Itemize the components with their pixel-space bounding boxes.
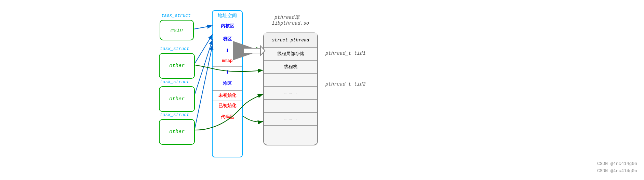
arrows-svg (0, 0, 644, 180)
task-box-other3: other (159, 119, 195, 145)
pthread-empty1 (264, 74, 317, 87)
mmap-section: mmap (213, 55, 242, 67)
addr-space-title: 地址空间 (213, 13, 242, 19)
tid2-label: pthread_t tid2 (325, 81, 366, 87)
task-box-other2: other (159, 86, 195, 112)
task-label-main: task_struct (161, 13, 191, 18)
svg-line-6 (195, 44, 213, 128)
down-arrow: ⬇ (213, 46, 242, 55)
thread-stack-section: 线程栈 (264, 61, 317, 74)
svg-line-4 (195, 34, 213, 63)
address-space-column: 地址空间 内核区 栈区 ⬇ mmap ⬆ 堆区 未初始化 已初始化 代码区 (212, 10, 243, 157)
svg-line-5 (195, 39, 213, 94)
pthread-dots2: … … … (264, 113, 317, 126)
task-label-other2: task_struct (160, 79, 189, 85)
task-label-other3: task_struct (160, 112, 189, 117)
pthread-struct-section: struct pthread (264, 33, 317, 48)
task-label-other1: task_struct (160, 46, 189, 51)
pthread-dots1: … … … (264, 87, 317, 100)
tid1-label: pthread_t tid1 (325, 51, 366, 56)
uninit-section: 未初始化 (213, 91, 242, 101)
watermark: CSDN @4nc414g0n CSDN @4nc414g0n (597, 160, 637, 175)
pthread-box: struct pthread 线程局部存储 线程栈 … … … … … … (263, 33, 318, 145)
kernel-section: 内核区 (213, 20, 242, 33)
thread-local-section: 线程局部存储 (264, 48, 317, 61)
task-box-main: main (160, 20, 194, 40)
mmap-hollow-arrow (243, 46, 265, 55)
code-section: 代码区 (213, 111, 242, 123)
init-section: 已初始化 (213, 101, 242, 111)
pthread-empty2 (264, 100, 317, 113)
svg-rect-17 (243, 48, 260, 53)
svg-line-3 (194, 26, 213, 29)
pthread-lib-title1: pthread库 (274, 14, 299, 21)
stack-section: 栈区 (213, 33, 242, 45)
pthread-lib-title2: libpthread.so (272, 21, 309, 26)
heap-section: 堆区 (213, 77, 242, 91)
diagram-container: task_struct main task_struct other task_… (0, 0, 644, 180)
task-box-other1: other (159, 53, 195, 79)
up-arrow: ⬆ (213, 68, 242, 76)
